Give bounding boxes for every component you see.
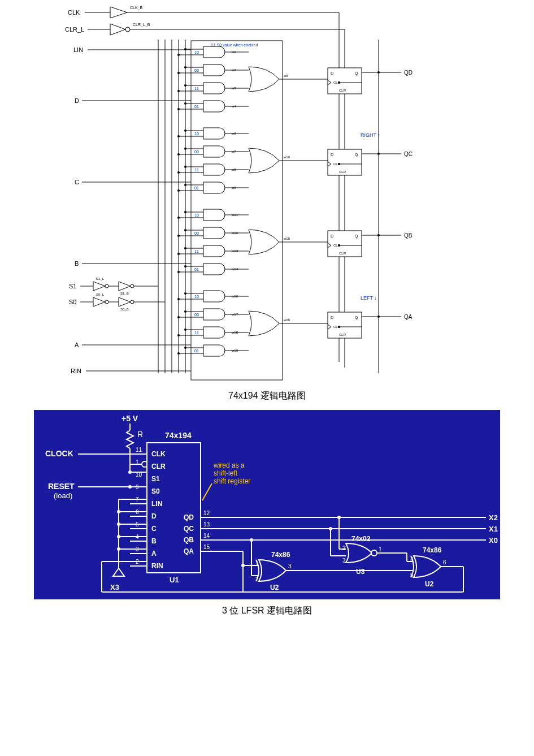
pin-label: S1 (151, 475, 160, 483)
inverter-icon (119, 297, 131, 306)
pin-num: 11 (136, 447, 142, 453)
svg-point-156 (117, 535, 120, 538)
and-gate-icon (203, 101, 225, 112)
x3-label: X3 (110, 583, 119, 591)
or-gate-icon (249, 67, 279, 92)
clk-buf-label: CLK_B (130, 6, 143, 10)
clk-label: CLK (68, 9, 80, 16)
inverter-icon (110, 24, 125, 35)
inverter-icon (93, 297, 105, 306)
s0b-label: S0_B (120, 308, 129, 311)
d-label: D (75, 97, 79, 104)
and-gate-icon (203, 182, 225, 193)
ff-q: Q (355, 316, 358, 320)
clrl-label: CLR_L (65, 26, 84, 33)
chip-ref: U1 (170, 576, 179, 584)
svg-point-15 (105, 284, 108, 288)
and-sel: 10 (194, 295, 199, 299)
x2-label: X2 (489, 513, 498, 522)
ff-clr: CLR (339, 170, 346, 174)
c-label: C (75, 179, 79, 185)
and-sel: 10 (194, 50, 199, 54)
or-wire-label: w15 (283, 237, 290, 240)
or-gate-icon (249, 311, 279, 336)
pin-num: 10 (136, 472, 142, 478)
pin-label: QD (184, 513, 194, 521)
svg-point-126 (338, 326, 340, 328)
svg-point-93 (177, 253, 180, 255)
right-annot: RIGHT ↑ (361, 132, 380, 138)
pin-num: 15 (203, 544, 210, 550)
x0-label: X0 (489, 536, 498, 545)
pin-label: QB (184, 536, 194, 544)
left-annot: LEFT ↓ (361, 295, 377, 301)
and-sel: 01 (194, 349, 199, 353)
and-sel: 11 (194, 87, 199, 90)
svg-point-22 (131, 300, 134, 304)
g0p1: 1 (255, 560, 259, 567)
buffer-icon (110, 7, 127, 18)
g1p1: 2 (342, 545, 346, 551)
and-gate-icon (203, 146, 225, 157)
ff-q: Q (355, 71, 358, 76)
b-label: B (75, 260, 79, 267)
pin-num: 12 (203, 510, 210, 516)
svg-point-92 (184, 247, 186, 249)
and-sel: 00 (194, 68, 199, 72)
g2p1: 4 (410, 556, 414, 563)
s1b-label: S1_B (120, 292, 129, 295)
and-sel: 01 (194, 186, 199, 190)
svg-point-83 (177, 217, 180, 219)
and-gate-icon (203, 128, 225, 139)
and-sel: 10 (194, 132, 199, 136)
and-gate-icon (203, 263, 225, 275)
note-l3: shift register (214, 477, 250, 485)
ff-d: D (331, 316, 333, 319)
pin-label: D (151, 512, 157, 520)
gate1-name: 74x02 (351, 535, 371, 543)
pin-label: CLR (151, 463, 166, 470)
pin-label: QA (184, 547, 194, 555)
svg-point-87 (184, 229, 186, 231)
gate2-name: 74x86 (423, 546, 442, 554)
s0l-label: S0_L (96, 293, 105, 296)
q-output: QC (404, 151, 413, 157)
resistor-label: R (137, 430, 143, 439)
svg-point-33 (177, 54, 180, 56)
svg-point-47 (184, 102, 186, 105)
svg-point-101 (338, 244, 340, 247)
q-output: QA (404, 314, 413, 320)
svg-point-180 (371, 550, 377, 556)
ff-q: Q (355, 234, 358, 239)
pin-label: C (151, 525, 157, 533)
and-sel: 00 (194, 313, 199, 317)
and-gate-icon (203, 83, 225, 94)
q-output: QB (404, 232, 413, 239)
load-label: (load) (54, 491, 72, 500)
gate1-ref: U3 (356, 568, 365, 576)
s1-label: S1 (69, 283, 76, 290)
ff-clr: CLR (339, 89, 346, 92)
shift-register-schematic: CLK CLK_B CLR_L CLR_L_B S1 S0 value when… (62, 0, 509, 385)
svg-point-88 (177, 235, 180, 237)
svg-point-4 (125, 27, 130, 32)
and-gate-icon (203, 291, 225, 302)
svg-point-117 (184, 329, 186, 331)
pin-num: 13 (203, 521, 210, 528)
or-gate-icon (249, 230, 279, 254)
svg-point-98 (177, 271, 180, 273)
and-gate-icon (203, 345, 225, 356)
inverter-icon (93, 282, 105, 291)
and-sel: 11 (194, 168, 199, 172)
pin-label: CLK (151, 450, 166, 458)
rin-label: RIN (71, 368, 81, 374)
svg-point-32 (184, 48, 186, 50)
svg-point-63 (177, 153, 180, 155)
and-sel: 11 (194, 331, 199, 335)
svg-point-97 (184, 265, 186, 267)
svg-point-107 (184, 292, 186, 295)
gate2-ref: U2 (425, 580, 434, 588)
ff-clr: CLR (339, 333, 346, 336)
svg-point-158 (117, 547, 120, 551)
svg-point-51 (338, 81, 340, 84)
